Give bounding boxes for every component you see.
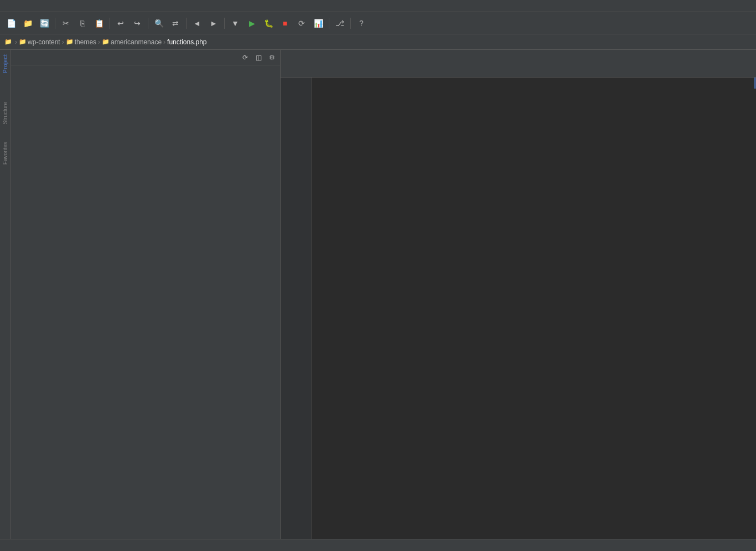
coverage-btn[interactable]: 📊 xyxy=(310,16,326,31)
menu-window[interactable] xyxy=(82,0,91,12)
menu-vcs[interactable] xyxy=(73,0,82,12)
menu-view[interactable] xyxy=(20,0,29,12)
copy-btn[interactable]: ⎘ xyxy=(75,16,90,31)
folder-icon4: 📁 xyxy=(102,38,110,45)
project-tab[interactable]: Project xyxy=(1,51,9,76)
menu-edit[interactable] xyxy=(11,0,20,12)
sep7 xyxy=(350,18,351,29)
run-dropdown[interactable]: ▼ xyxy=(227,16,243,31)
menu-file[interactable] xyxy=(2,0,11,12)
sep2 xyxy=(110,18,110,29)
breadcrumb-menace[interactable]: 📁 xyxy=(4,38,13,45)
sep3 xyxy=(148,18,148,29)
code-editor[interactable] xyxy=(281,78,756,539)
menu-navigate[interactable] xyxy=(29,0,38,12)
undo-btn[interactable]: ↩ xyxy=(113,16,128,31)
menu-help[interactable] xyxy=(91,0,100,12)
editor-area xyxy=(281,50,756,539)
folder-icon2: 📁 xyxy=(19,38,27,45)
run-btn[interactable]: ▶ xyxy=(244,16,260,31)
vcs-btn[interactable]: ⎇ xyxy=(332,16,348,31)
sidebar-toolbar: ⟳ ◫ ⚙ xyxy=(11,50,280,65)
replace-btn[interactable]: ⇄ xyxy=(168,16,183,31)
rebuild-btn[interactable]: ⟳ xyxy=(294,16,309,31)
minimap-scroll xyxy=(749,78,756,539)
breadcrumb-functions[interactable]: functions.php xyxy=(167,38,206,46)
gutter xyxy=(303,78,312,539)
sep5 xyxy=(224,18,225,29)
menu-tools[interactable] xyxy=(64,0,73,12)
sep6 xyxy=(329,18,329,29)
menu-run[interactable] xyxy=(55,0,64,12)
folder-icon3: 📁 xyxy=(66,38,74,45)
main-area: Project Structure Favorites ⟳ ◫ ⚙ xyxy=(0,50,756,539)
menu-bar xyxy=(0,0,756,12)
menu-refactor[interactable] xyxy=(46,0,55,12)
favorites-tab[interactable]: Favorites xyxy=(1,138,9,168)
sync-btn[interactable]: 🔄 xyxy=(37,16,52,31)
sep1 xyxy=(55,18,55,29)
sidebar-settings-btn[interactable]: ⚙ xyxy=(266,52,278,64)
code-content[interactable] xyxy=(312,78,749,539)
side-panel: Project Structure Favorites xyxy=(0,50,11,539)
menu-code[interactable] xyxy=(38,0,46,12)
debug-btn[interactable]: 🐛 xyxy=(261,16,276,31)
tabs-bar xyxy=(281,50,756,78)
sep4 xyxy=(186,18,187,29)
breadcrumb-wp-content[interactable]: 📁 wp-content xyxy=(19,38,60,46)
tabs-row-2 xyxy=(281,64,756,78)
redo-btn[interactable]: ↪ xyxy=(130,16,145,31)
status-bar xyxy=(0,539,756,551)
new-file-btn[interactable]: 📄 xyxy=(3,16,19,31)
open-btn[interactable]: 📁 xyxy=(20,16,35,31)
help-btn[interactable]: ? xyxy=(354,16,369,31)
paste-btn[interactable]: 📋 xyxy=(91,16,107,31)
line-numbers xyxy=(281,78,303,539)
tabs-row-1 xyxy=(281,50,756,64)
breadcrumb-themes[interactable]: 📁 themes xyxy=(66,38,96,46)
back-btn[interactable]: ◄ xyxy=(189,16,205,31)
sidebar-sync-btn[interactable]: ⟳ xyxy=(239,52,251,64)
cut-btn[interactable]: ✂ xyxy=(58,16,74,31)
structure-tab[interactable]: Structure xyxy=(1,99,9,128)
scroll-indicator xyxy=(754,78,756,89)
file-tree-sidebar: ⟳ ◫ ⚙ xyxy=(11,50,281,539)
folder-icon: 📁 xyxy=(4,38,12,45)
file-tree xyxy=(11,65,280,539)
breadcrumb-americanmenace[interactable]: 📁 americanmenace xyxy=(102,38,162,46)
sidebar-collapse-btn[interactable]: ◫ xyxy=(252,52,265,64)
stop-btn[interactable]: ■ xyxy=(277,16,293,31)
forward-btn[interactable]: ► xyxy=(206,16,221,31)
breadcrumb: 📁 › 📁 wp-content › 📁 themes › 📁 american… xyxy=(0,34,756,50)
search-btn[interactable]: 🔍 xyxy=(151,16,167,31)
main-toolbar: 📄 📁 🔄 ✂ ⎘ 📋 ↩ ↪ 🔍 ⇄ ◄ ► ▼ ▶ 🐛 ■ ⟳ 📊 ⎇ ? xyxy=(0,12,756,34)
